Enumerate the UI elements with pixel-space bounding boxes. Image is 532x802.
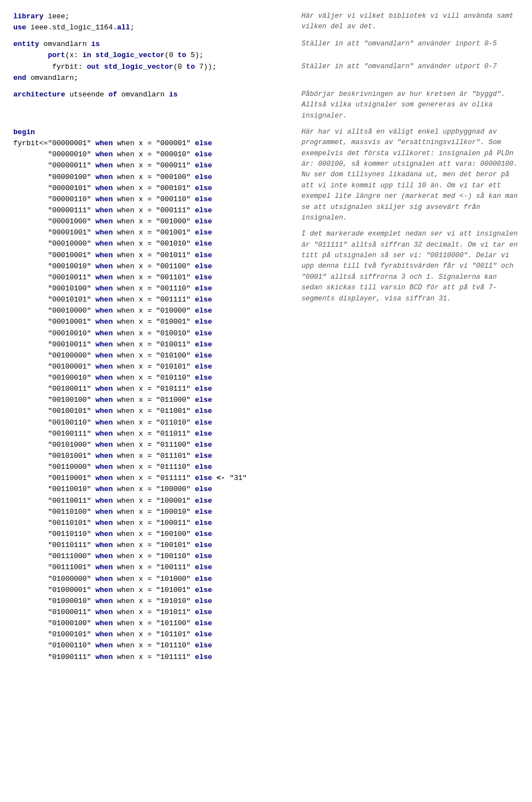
- out-value: "01000101": [48, 630, 91, 638]
- code-row-12: "00010011" when when x = "001101" else: [13, 272, 290, 283]
- when-kw: when: [95, 329, 112, 338]
- out-value: "00010000": [48, 307, 91, 315]
- when-kw: when: [95, 485, 112, 493]
- out-label: [13, 307, 48, 315]
- code-row-39: "01000000" when when x = "101000" else: [13, 574, 290, 585]
- port-comment-1-text: Ställer in att "omvandlarn" använder inp…: [301, 40, 497, 48]
- out-value: "00010001": [48, 251, 91, 259]
- out-label: [13, 641, 48, 650]
- port-comment-2-text: Ställer in att "omvandlarn" använder utp…: [301, 63, 497, 70]
- code-row-14: "00010101" when when x = "001111" else: [13, 294, 290, 305]
- out-label: [13, 485, 48, 493]
- else-kw: else: [195, 217, 212, 226]
- out-value: "00000100": [48, 173, 91, 181]
- when-kw: when: [95, 653, 112, 661]
- else-kw: else: [195, 161, 212, 170]
- out-value: "01000111": [48, 653, 91, 661]
- else-kw: else: [195, 307, 212, 315]
- when-kw: when: [95, 161, 112, 170]
- code-row-27: "00101000" when when x = "011100" else: [13, 440, 290, 451]
- when-kw: when: [95, 307, 112, 315]
- when-kw: when: [95, 430, 112, 438]
- code-row-19: "00100000" when when x = "010100" else: [13, 350, 290, 361]
- out-value: "00100000": [48, 351, 91, 360]
- end-omvandlarn: end omvandlarn;: [13, 73, 290, 84]
- else-kw: else: [195, 463, 212, 471]
- begin-comment: Här har vi alltså en väligt enkel uppbyg…: [301, 127, 519, 223]
- code-row-28: "00101001" when when x = "011101" else: [13, 451, 290, 462]
- when-kw: when: [95, 519, 112, 527]
- out-label: [13, 396, 48, 404]
- out-value: "00001001": [48, 228, 91, 237]
- out-value: "00100110": [48, 418, 91, 427]
- else-kw: else: [195, 597, 212, 605]
- out-label: [13, 251, 48, 259]
- code-row-5: "00000110" when when x = "000110" else: [13, 194, 290, 205]
- when-kw: when: [95, 563, 112, 571]
- else-kw: else: [195, 239, 212, 248]
- when-kw: when: [95, 273, 112, 282]
- out-label: [13, 206, 48, 214]
- out-value: "00110111": [48, 541, 91, 549]
- out-label: [13, 452, 48, 460]
- arch-comment: Påbörjar beskrivningen av hur kretsen är…: [290, 89, 519, 121]
- out-label: [13, 217, 48, 226]
- else-kw: else: [195, 552, 212, 560]
- code-row-20: "00100001" when when x = "010101" else: [13, 361, 290, 372]
- code-row-44: "01000101" when when x = "101101" else: [13, 629, 290, 640]
- else-kw: else: [195, 630, 212, 638]
- else-kw: else: [195, 284, 212, 293]
- page: library ieee; use ieee.std_logic_1164.al…: [13, 11, 519, 663]
- when-kw: when: [95, 262, 112, 270]
- when-kw: when: [95, 318, 112, 326]
- else-kw: else: [195, 563, 212, 571]
- out-value: "00110011": [48, 497, 91, 505]
- out-value: "00100011": [48, 385, 91, 393]
- out-label: [13, 619, 48, 627]
- out-value: "00101000": [48, 441, 91, 449]
- when-kw: when: [95, 251, 112, 259]
- out-value: "00010000": [48, 239, 91, 248]
- else-kw: else: [195, 173, 212, 181]
- else-kw: else: [195, 541, 212, 549]
- out-value: "00010010": [48, 329, 91, 338]
- out-label: [13, 563, 48, 571]
- when-kw: when: [95, 374, 112, 382]
- out-label: [13, 597, 48, 605]
- out-label: [13, 385, 48, 393]
- entity-line: entity omvandlarn is: [13, 39, 290, 50]
- out-label: [13, 195, 48, 203]
- out-label: [13, 530, 48, 538]
- when-kw: when: [95, 396, 112, 404]
- else-kw: else: [195, 530, 212, 538]
- arch-comment-text: Påbörjar beskrivningen av hur kretsen är…: [301, 90, 505, 120]
- out-label: [13, 161, 48, 170]
- when-kw: when: [95, 217, 112, 226]
- when-kw: when: [95, 362, 112, 371]
- code-row-30: "00110001" when when x = "011111" else <…: [13, 473, 290, 484]
- out-value: "00101001": [48, 452, 91, 460]
- out-value: "00010010": [48, 262, 91, 270]
- when-kw: when: [95, 597, 112, 605]
- code-row-32: "00110011" when when x = "100001" else: [13, 495, 290, 507]
- when-kw: when: [95, 195, 112, 203]
- out-value: "00110000": [48, 463, 91, 471]
- else-kw: else: [195, 396, 212, 404]
- out-value: "01000110": [48, 641, 91, 650]
- when-kw: when: [95, 586, 112, 594]
- else-kw: else: [195, 519, 212, 527]
- example-comment: I det markerade exemplet nedan ser vi at…: [301, 229, 519, 304]
- out-label: [13, 173, 48, 181]
- out-label: [13, 407, 48, 415]
- out-value: "00100101": [48, 407, 91, 415]
- when-kw: when: [95, 530, 112, 538]
- code-row-4: "00000101" when when x = "000101" else: [13, 183, 290, 194]
- when-kw: when: [95, 463, 112, 471]
- out-value: "00010001": [48, 318, 91, 326]
- port-comment-1: Ställer in att "omvandlarn" använder inp…: [290, 39, 519, 61]
- code-row-16: "00010001" when when x = "010001" else: [13, 316, 290, 328]
- arrow-value: "31": [229, 474, 247, 482]
- out-value: "00010011": [48, 273, 91, 282]
- code-row-10: "00010001" when when x = "001011" else: [13, 250, 290, 261]
- library-comment-text: Här väljer vi vilket bibliotek vi vill a…: [301, 12, 514, 30]
